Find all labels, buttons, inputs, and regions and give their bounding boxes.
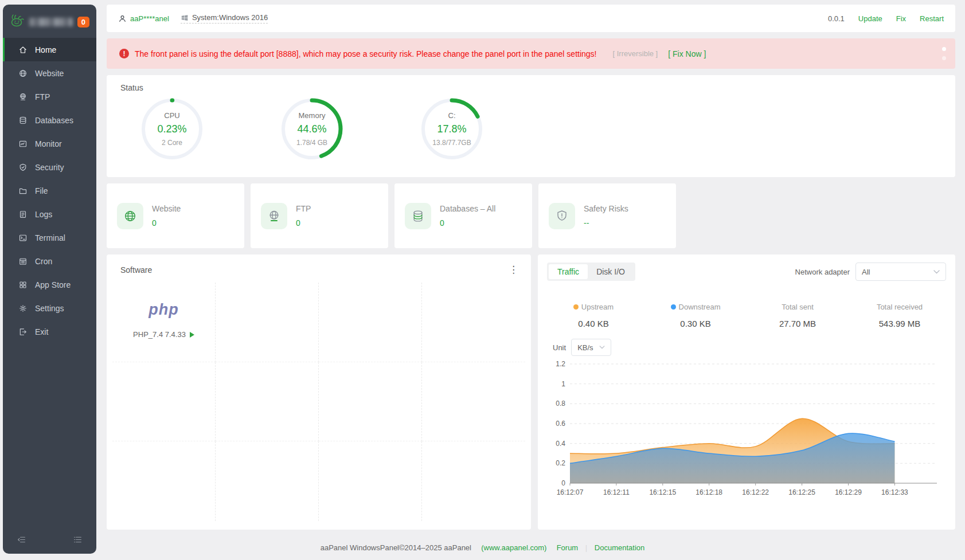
svg-text:0.6: 0.6 [556,420,565,428]
svg-text:1: 1 [561,380,565,388]
globe-stand-icon [18,92,28,101]
svg-text:0.4: 0.4 [556,440,565,448]
sidebar-item-label: Home [35,45,56,54]
alert-carousel-dot[interactable] [942,56,946,60]
fix-button[interactable]: Fix [896,14,906,23]
sidebar-item-security[interactable]: Security [3,155,96,179]
card-title: Safety Risks [584,204,628,213]
svg-text:0.8: 0.8 [556,400,565,408]
folder-icon [18,186,28,195]
documentation-link[interactable]: Documentation [595,543,644,552]
alert-irreversible-tag: [ Irreversible ] [612,49,658,58]
tab-traffic[interactable]: Traffic [549,264,588,279]
alert-carousel-dot[interactable] [942,47,946,51]
sidebar-item-settings[interactable]: Settings [3,296,96,320]
user-chip[interactable]: aaP****anel [118,14,169,23]
sidebar-item-app-store[interactable]: App Store [3,273,96,296]
software-grid: php PHP_7.4 7.4.33 [112,283,525,521]
svg-text:16:12:18: 16:12:18 [696,488,722,496]
gauge-sub: 2 Core [162,139,182,147]
software-card: Software ⋮ php PHP_7.4 7.4.33 [107,254,531,530]
restart-button[interactable]: Restart [920,14,944,23]
sidebar-item-terminal[interactable]: Terminal [3,226,96,249]
network-adapter-value: All [862,268,870,276]
sidebar-item-home[interactable]: Home [3,38,96,61]
sidebar-item-ftp[interactable]: FTP [3,85,96,108]
fix-now-button[interactable]: [ Fix Now ] [668,49,706,58]
logout-icon [18,327,28,336]
shield-check-icon [18,163,28,172]
collapse-sidebar-icon[interactable] [17,535,26,547]
system-label: System:Windows 2016 [192,13,268,22]
cpu-gauge: CPU 0.23% 2 Core [139,96,205,162]
sidebar-item-cron[interactable]: Cron [3,249,96,273]
aapanel-logo-icon [10,14,25,30]
stat-value: 0.30 KB [644,319,747,328]
sidebar-item-label: Logs [35,210,52,219]
sidebar-item-label: Website [35,69,64,78]
sidebar-item-label: Exit [35,327,48,336]
network-adapter-select[interactable]: All [855,263,946,281]
more-options-icon[interactable]: ⋮ [504,263,523,277]
main-content: aaP****anel System:Windows 2016 0.0.1 Up… [107,0,955,530]
stat-value: 0.40 KB [542,319,644,328]
sidebar-item-logs[interactable]: Logs [3,202,96,226]
software-item-name: PHP_7.4 7.4.33 [133,330,186,339]
copyright-text: aaPanel WindowsPanel©2014–2025 aaPanel [321,543,471,552]
notification-badge[interactable]: 0 [77,17,89,28]
chevron-down-icon [599,346,605,349]
stat-upstream: Upstream 0.40 KB [542,303,644,328]
aapanel-site-link[interactable]: (www.aapanel.com) [481,543,546,552]
upstream-dot-icon [573,304,579,310]
forum-link[interactable]: Forum [557,543,579,552]
menu-list-icon[interactable] [73,535,83,547]
safety-risks-card[interactable]: Safety Risks -- [538,183,676,248]
svg-text:16:12:25: 16:12:25 [788,488,815,496]
unit-select[interactable]: KB/s [571,339,611,356]
stat-value: 27.70 MB [747,319,849,328]
gauge-label: C: [448,111,456,120]
gauge-sub: 13.8/77.7GB [432,139,471,147]
update-button[interactable]: Update [858,14,882,23]
windows-icon [181,14,189,22]
databases-card[interactable]: Databases – All 0 [394,183,532,248]
software-title: Software [120,265,152,275]
sidebar-item-website[interactable]: Website [3,61,96,85]
sidebar-item-label: Security [35,163,64,172]
card-title: Website [152,204,181,213]
sidebar-item-file[interactable]: File [3,179,96,202]
website-card[interactable]: Website 0 [107,183,244,248]
chevron-down-icon [933,270,940,274]
alert-message: The front panel is using the default por… [135,49,596,58]
topbar: aaP****anel System:Windows 2016 0.0.1 Up… [107,5,955,32]
sidebar-item-exit[interactable]: Exit [3,320,96,343]
sidebar-item-monitor[interactable]: Monitor [3,132,96,155]
svg-text:1.2: 1.2 [556,360,565,368]
php-logo: php [149,301,178,319]
grid-squares-icon [18,280,28,289]
database-icon [405,203,431,229]
gauge-sub: 1.78/4 GB [296,139,327,147]
sidebar-item-label: App Store [35,280,71,289]
card-value: 0 [152,218,181,228]
svg-text:0.2: 0.2 [556,459,565,467]
server-name-redacted [29,18,73,26]
svg-text:16:12:07: 16:12:07 [557,488,584,496]
card-title: FTP [296,204,311,213]
terminal-icon [18,233,28,242]
ftp-card[interactable]: FTP 0 [251,183,388,248]
sidebar-item-label: File [35,186,48,195]
sidebar-item-databases[interactable]: Databases [3,108,96,132]
tab-disk-io[interactable]: Disk I/O [588,264,634,279]
traffic-chart: 00.20.40.60.811.216:12:0716:12:1116:12:1… [544,356,952,508]
sidebar-nav: Home Website FTP Databases Monitor Secur… [3,38,96,343]
traffic-stats: Upstream 0.40 KB Downstream 0.30 KB Tota… [538,303,955,328]
sidebar: 0 Home Website FTP Databases Monitor Sec… [3,5,96,554]
gear-icon [18,304,28,313]
disk-c-gauge: C: 17.8% 13.8/77.7GB [419,96,485,162]
gauge-label: CPU [164,111,179,120]
software-item-php[interactable]: php PHP_7.4 7.4.33 [112,283,215,339]
sidebar-item-label: Monitor [35,139,62,148]
downstream-dot-icon [671,304,676,310]
stat-total-received: Total received 543.99 MB [849,303,951,328]
